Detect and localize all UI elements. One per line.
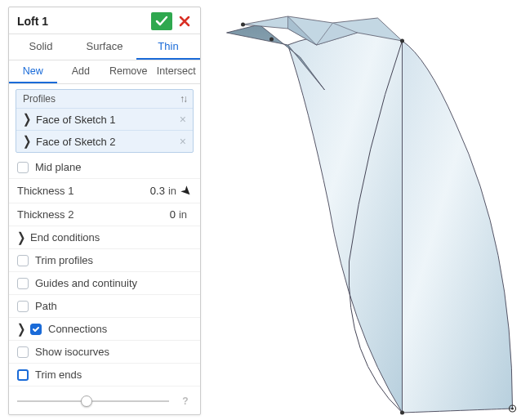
thickness1-value[interactable]: 0.3 bbox=[150, 185, 165, 197]
connections-checkbox[interactable] bbox=[30, 324, 42, 335]
mid-plane-label: Mid plane bbox=[35, 161, 192, 173]
trim-profiles-checkbox[interactable] bbox=[17, 255, 29, 266]
close-icon bbox=[178, 15, 191, 28]
help-icon[interactable]: ? bbox=[179, 395, 192, 408]
thickness1-row: Thickness 1 0.3 in ➤ bbox=[9, 179, 200, 203]
subtab-intersect[interactable]: Intersect bbox=[153, 60, 201, 83]
chevron-right-icon: ❯ bbox=[23, 134, 31, 149]
chevron-right-icon: ❯ bbox=[23, 112, 31, 127]
end-conditions-label: End conditions bbox=[30, 231, 192, 244]
subtab-new[interactable]: New bbox=[9, 60, 57, 83]
profile-label: Face of Sketch 2 bbox=[36, 136, 180, 148]
operation-tabs: New Add Remove Intersect bbox=[9, 60, 200, 84]
guides-row[interactable]: Guides and continuity bbox=[9, 272, 200, 295]
reorder-icon[interactable]: ↑↓ bbox=[180, 93, 186, 105]
path-label: Path bbox=[35, 300, 192, 312]
guides-checkbox[interactable] bbox=[17, 278, 29, 289]
subtab-add[interactable]: Add bbox=[57, 60, 105, 83]
profiles-header: Profiles ↑↓ bbox=[16, 90, 193, 109]
profiles-label: Profiles bbox=[23, 93, 180, 105]
trim-ends-label: Trim ends bbox=[35, 369, 192, 381]
svg-point-3 bbox=[269, 38, 274, 42]
trim-ends-checkbox[interactable] bbox=[17, 369, 29, 381]
trim-profiles-label: Trim profiles bbox=[35, 254, 192, 266]
remove-profile-button[interactable]: × bbox=[180, 135, 186, 148]
profiles-section: Profiles ↑↓ ❯ Face of Sketch 1 × ❯ Face … bbox=[16, 89, 194, 153]
dialog-title: Loft 1 bbox=[17, 15, 151, 28]
3d-viewport[interactable] bbox=[209, 0, 530, 420]
mid-plane-checkbox[interactable] bbox=[17, 162, 29, 173]
feature-dialog: Loft 1 Solid Surface Thin New Add Remove… bbox=[8, 7, 201, 415]
svg-point-4 bbox=[400, 411, 404, 415]
type-tabs: Solid Surface Thin bbox=[9, 34, 200, 60]
subtab-remove[interactable]: Remove bbox=[105, 60, 153, 83]
profile-item[interactable]: ❯ Face of Sketch 2 × bbox=[16, 131, 193, 152]
connections-label: Connections bbox=[48, 323, 192, 335]
tab-thin[interactable]: Thin bbox=[136, 34, 200, 60]
trim-profiles-row[interactable]: Trim profiles bbox=[9, 249, 200, 272]
tab-surface[interactable]: Surface bbox=[73, 34, 136, 60]
dialog-header: Loft 1 bbox=[9, 7, 200, 34]
svg-point-6 bbox=[511, 408, 514, 410]
connections-row[interactable]: ❯ Connections bbox=[9, 318, 200, 341]
end-conditions-row[interactable]: ❯ End conditions bbox=[9, 226, 200, 249]
trim-ends-row[interactable]: Trim ends bbox=[9, 364, 200, 386]
guides-label: Guides and continuity bbox=[35, 277, 192, 289]
profile-item[interactable]: ❯ Face of Sketch 1 × bbox=[16, 109, 193, 131]
path-checkbox[interactable] bbox=[17, 301, 29, 312]
thickness2-label: Thickness 2 bbox=[17, 208, 170, 221]
check-icon bbox=[155, 16, 168, 27]
chevron-right-icon: ❯ bbox=[17, 230, 25, 244]
thickness2-unit: in bbox=[179, 208, 187, 221]
chevron-right-icon: ❯ bbox=[17, 321, 25, 336]
svg-point-1 bbox=[241, 23, 245, 27]
tab-solid[interactable]: Solid bbox=[9, 34, 73, 60]
mid-plane-row[interactable]: Mid plane bbox=[9, 156, 200, 179]
cancel-button[interactable] bbox=[176, 12, 194, 30]
profile-label: Face of Sketch 1 bbox=[36, 114, 180, 126]
path-row[interactable]: Path bbox=[9, 295, 200, 318]
confirm-button[interactable] bbox=[151, 12, 172, 30]
opacity-slider[interactable] bbox=[17, 400, 169, 402]
show-isocurves-checkbox[interactable] bbox=[17, 346, 29, 358]
flip-direction-icon[interactable]: ➤ bbox=[177, 181, 196, 200]
thickness1-unit: in bbox=[168, 185, 176, 197]
show-isocurves-row[interactable]: Show isocurves bbox=[9, 341, 200, 364]
svg-point-2 bbox=[400, 39, 404, 43]
check-icon bbox=[32, 325, 40, 333]
slider-thumb[interactable] bbox=[81, 395, 92, 407]
thickness1-label: Thickness 1 bbox=[17, 185, 150, 197]
remove-profile-button[interactable]: × bbox=[180, 113, 186, 126]
thickness2-value[interactable]: 0 bbox=[170, 208, 176, 221]
loft-geometry bbox=[209, 0, 530, 420]
show-isocurves-label: Show isocurves bbox=[35, 346, 192, 358]
slider-row: ? bbox=[9, 386, 200, 414]
thickness2-row: Thickness 2 0 in bbox=[9, 203, 200, 226]
